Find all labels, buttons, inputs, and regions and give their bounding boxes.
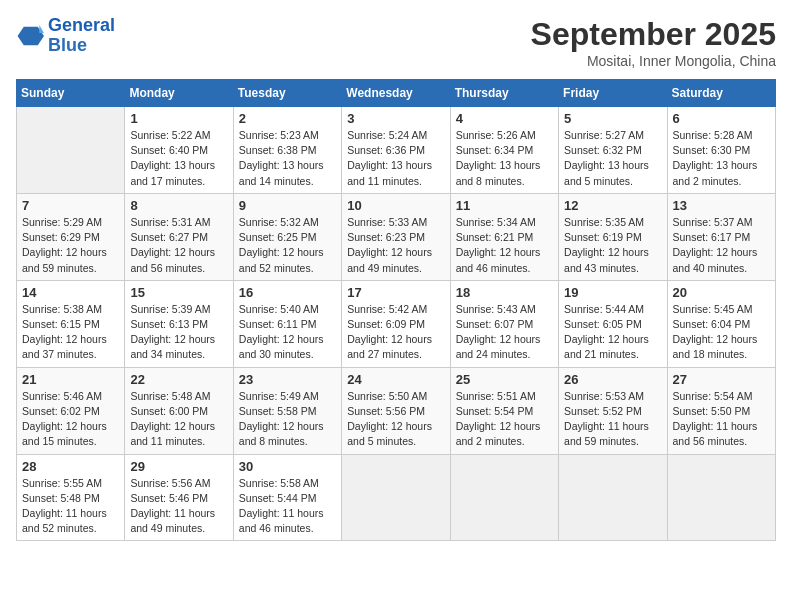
day-number: 8 — [130, 198, 227, 213]
day-info: Sunrise: 5:28 AMSunset: 6:30 PMDaylight:… — [673, 128, 770, 189]
day-info: Sunrise: 5:46 AMSunset: 6:02 PMDaylight:… — [22, 389, 119, 450]
calendar-cell: 22Sunrise: 5:48 AMSunset: 6:00 PMDayligh… — [125, 367, 233, 454]
weekday-header-tuesday: Tuesday — [233, 80, 341, 107]
day-number: 17 — [347, 285, 444, 300]
location: Mositai, Inner Mongolia, China — [531, 53, 776, 69]
calendar-cell: 8Sunrise: 5:31 AMSunset: 6:27 PMDaylight… — [125, 193, 233, 280]
calendar-cell: 16Sunrise: 5:40 AMSunset: 6:11 PMDayligh… — [233, 280, 341, 367]
logo-icon — [16, 22, 44, 50]
calendar-cell: 28Sunrise: 5:55 AMSunset: 5:48 PMDayligh… — [17, 454, 125, 541]
calendar-cell: 5Sunrise: 5:27 AMSunset: 6:32 PMDaylight… — [559, 107, 667, 194]
day-info: Sunrise: 5:39 AMSunset: 6:13 PMDaylight:… — [130, 302, 227, 363]
title-block: September 2025 Mositai, Inner Mongolia, … — [531, 16, 776, 69]
calendar-cell: 18Sunrise: 5:43 AMSunset: 6:07 PMDayligh… — [450, 280, 558, 367]
day-info: Sunrise: 5:31 AMSunset: 6:27 PMDaylight:… — [130, 215, 227, 276]
day-number: 23 — [239, 372, 336, 387]
weekday-header-row: SundayMondayTuesdayWednesdayThursdayFrid… — [17, 80, 776, 107]
weekday-header-monday: Monday — [125, 80, 233, 107]
day-number: 14 — [22, 285, 119, 300]
day-number: 6 — [673, 111, 770, 126]
day-info: Sunrise: 5:33 AMSunset: 6:23 PMDaylight:… — [347, 215, 444, 276]
day-info: Sunrise: 5:51 AMSunset: 5:54 PMDaylight:… — [456, 389, 553, 450]
weekday-header-wednesday: Wednesday — [342, 80, 450, 107]
day-number: 21 — [22, 372, 119, 387]
calendar-cell — [342, 454, 450, 541]
calendar-cell: 25Sunrise: 5:51 AMSunset: 5:54 PMDayligh… — [450, 367, 558, 454]
day-number: 9 — [239, 198, 336, 213]
day-info: Sunrise: 5:43 AMSunset: 6:07 PMDaylight:… — [456, 302, 553, 363]
day-number: 11 — [456, 198, 553, 213]
weekday-header-thursday: Thursday — [450, 80, 558, 107]
calendar-cell: 24Sunrise: 5:50 AMSunset: 5:56 PMDayligh… — [342, 367, 450, 454]
weekday-header-sunday: Sunday — [17, 80, 125, 107]
day-info: Sunrise: 5:32 AMSunset: 6:25 PMDaylight:… — [239, 215, 336, 276]
calendar-cell: 2Sunrise: 5:23 AMSunset: 6:38 PMDaylight… — [233, 107, 341, 194]
month-title: September 2025 — [531, 16, 776, 53]
logo-text: General Blue — [48, 16, 115, 56]
week-row-5: 28Sunrise: 5:55 AMSunset: 5:48 PMDayligh… — [17, 454, 776, 541]
day-info: Sunrise: 5:38 AMSunset: 6:15 PMDaylight:… — [22, 302, 119, 363]
calendar-cell: 19Sunrise: 5:44 AMSunset: 6:05 PMDayligh… — [559, 280, 667, 367]
day-number: 16 — [239, 285, 336, 300]
day-number: 28 — [22, 459, 119, 474]
day-number: 18 — [456, 285, 553, 300]
calendar-cell: 26Sunrise: 5:53 AMSunset: 5:52 PMDayligh… — [559, 367, 667, 454]
calendar-cell: 27Sunrise: 5:54 AMSunset: 5:50 PMDayligh… — [667, 367, 775, 454]
day-info: Sunrise: 5:50 AMSunset: 5:56 PMDaylight:… — [347, 389, 444, 450]
day-info: Sunrise: 5:23 AMSunset: 6:38 PMDaylight:… — [239, 128, 336, 189]
calendar-table: SundayMondayTuesdayWednesdayThursdayFrid… — [16, 79, 776, 541]
day-info: Sunrise: 5:54 AMSunset: 5:50 PMDaylight:… — [673, 389, 770, 450]
day-info: Sunrise: 5:56 AMSunset: 5:46 PMDaylight:… — [130, 476, 227, 537]
logo-line2: Blue — [48, 36, 115, 56]
week-row-3: 14Sunrise: 5:38 AMSunset: 6:15 PMDayligh… — [17, 280, 776, 367]
day-info: Sunrise: 5:35 AMSunset: 6:19 PMDaylight:… — [564, 215, 661, 276]
day-number: 29 — [130, 459, 227, 474]
weekday-header-friday: Friday — [559, 80, 667, 107]
calendar-cell: 15Sunrise: 5:39 AMSunset: 6:13 PMDayligh… — [125, 280, 233, 367]
day-number: 20 — [673, 285, 770, 300]
calendar-cell: 23Sunrise: 5:49 AMSunset: 5:58 PMDayligh… — [233, 367, 341, 454]
week-row-4: 21Sunrise: 5:46 AMSunset: 6:02 PMDayligh… — [17, 367, 776, 454]
calendar-cell: 6Sunrise: 5:28 AMSunset: 6:30 PMDaylight… — [667, 107, 775, 194]
week-row-1: 1Sunrise: 5:22 AMSunset: 6:40 PMDaylight… — [17, 107, 776, 194]
calendar-cell: 29Sunrise: 5:56 AMSunset: 5:46 PMDayligh… — [125, 454, 233, 541]
day-number: 10 — [347, 198, 444, 213]
calendar-cell: 30Sunrise: 5:58 AMSunset: 5:44 PMDayligh… — [233, 454, 341, 541]
day-number: 1 — [130, 111, 227, 126]
calendar-cell: 11Sunrise: 5:34 AMSunset: 6:21 PMDayligh… — [450, 193, 558, 280]
calendar-cell — [559, 454, 667, 541]
calendar-cell — [450, 454, 558, 541]
day-number: 15 — [130, 285, 227, 300]
day-info: Sunrise: 5:24 AMSunset: 6:36 PMDaylight:… — [347, 128, 444, 189]
calendar-cell: 12Sunrise: 5:35 AMSunset: 6:19 PMDayligh… — [559, 193, 667, 280]
calendar-cell: 1Sunrise: 5:22 AMSunset: 6:40 PMDaylight… — [125, 107, 233, 194]
day-info: Sunrise: 5:58 AMSunset: 5:44 PMDaylight:… — [239, 476, 336, 537]
calendar-cell: 21Sunrise: 5:46 AMSunset: 6:02 PMDayligh… — [17, 367, 125, 454]
calendar-cell — [17, 107, 125, 194]
calendar-cell: 9Sunrise: 5:32 AMSunset: 6:25 PMDaylight… — [233, 193, 341, 280]
calendar-cell: 10Sunrise: 5:33 AMSunset: 6:23 PMDayligh… — [342, 193, 450, 280]
day-number: 3 — [347, 111, 444, 126]
day-number: 22 — [130, 372, 227, 387]
calendar-cell: 17Sunrise: 5:42 AMSunset: 6:09 PMDayligh… — [342, 280, 450, 367]
day-number: 24 — [347, 372, 444, 387]
day-info: Sunrise: 5:27 AMSunset: 6:32 PMDaylight:… — [564, 128, 661, 189]
day-info: Sunrise: 5:42 AMSunset: 6:09 PMDaylight:… — [347, 302, 444, 363]
day-info: Sunrise: 5:53 AMSunset: 5:52 PMDaylight:… — [564, 389, 661, 450]
day-number: 7 — [22, 198, 119, 213]
day-info: Sunrise: 5:45 AMSunset: 6:04 PMDaylight:… — [673, 302, 770, 363]
calendar-cell: 4Sunrise: 5:26 AMSunset: 6:34 PMDaylight… — [450, 107, 558, 194]
day-number: 13 — [673, 198, 770, 213]
day-info: Sunrise: 5:44 AMSunset: 6:05 PMDaylight:… — [564, 302, 661, 363]
day-info: Sunrise: 5:26 AMSunset: 6:34 PMDaylight:… — [456, 128, 553, 189]
weekday-header-saturday: Saturday — [667, 80, 775, 107]
day-number: 25 — [456, 372, 553, 387]
day-number: 19 — [564, 285, 661, 300]
logo: General Blue — [16, 16, 115, 56]
day-number: 26 — [564, 372, 661, 387]
day-info: Sunrise: 5:29 AMSunset: 6:29 PMDaylight:… — [22, 215, 119, 276]
day-info: Sunrise: 5:49 AMSunset: 5:58 PMDaylight:… — [239, 389, 336, 450]
day-info: Sunrise: 5:48 AMSunset: 6:00 PMDaylight:… — [130, 389, 227, 450]
day-info: Sunrise: 5:22 AMSunset: 6:40 PMDaylight:… — [130, 128, 227, 189]
calendar-cell: 7Sunrise: 5:29 AMSunset: 6:29 PMDaylight… — [17, 193, 125, 280]
